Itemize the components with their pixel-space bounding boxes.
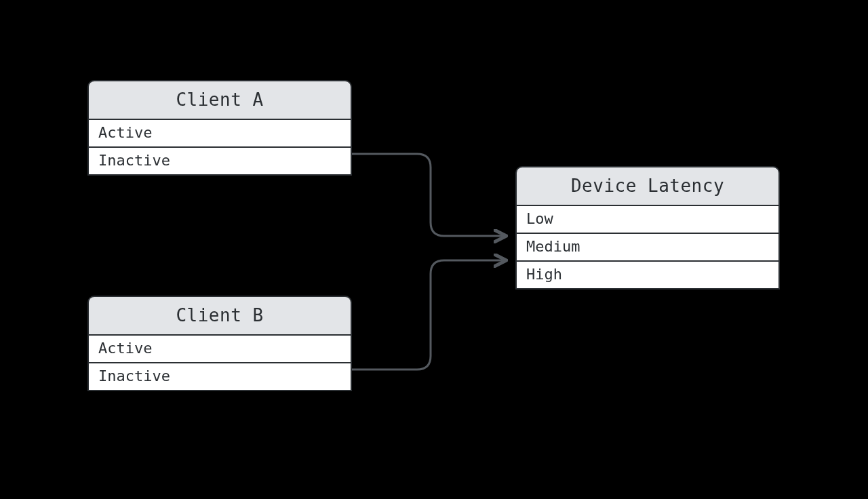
- entity-row-active: Active: [89, 120, 351, 148]
- entity-row-high: High: [517, 262, 778, 288]
- entity-client-a: Client A Active Inactive: [87, 80, 352, 176]
- entity-row-inactive: Inactive: [89, 148, 351, 174]
- entity-client-b: Client B Active Inactive: [87, 296, 352, 391]
- entity-row-inactive: Inactive: [89, 363, 351, 390]
- entity-device-latency: Device Latency Low Medium High: [515, 166, 780, 290]
- entity-title: Device Latency: [517, 167, 778, 206]
- entity-row-active: Active: [89, 336, 351, 363]
- connector-client-a-to-device-latency: [352, 154, 505, 236]
- entity-title: Client B: [89, 297, 351, 336]
- entity-row-low: Low: [517, 206, 778, 234]
- entity-row-medium: Medium: [517, 234, 778, 262]
- diagram-canvas: Client A Active Inactive Client B Active…: [0, 0, 868, 499]
- entity-title: Client A: [89, 81, 351, 120]
- connector-client-b-to-device-latency: [352, 260, 505, 370]
